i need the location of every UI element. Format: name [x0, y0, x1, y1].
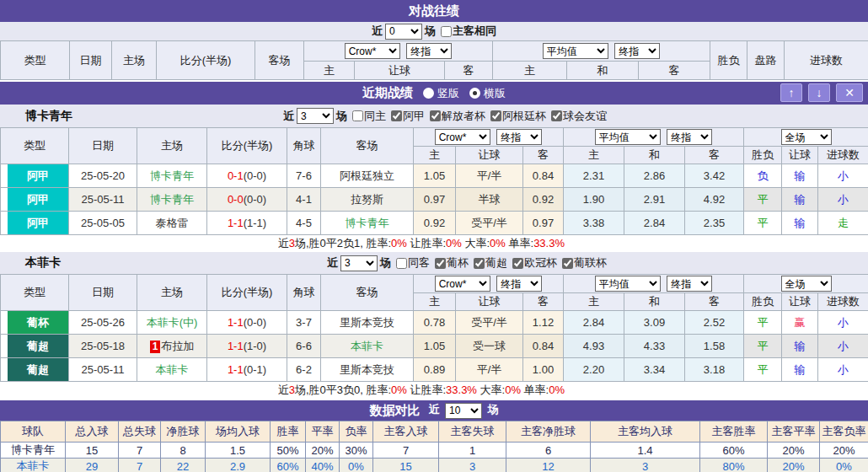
avg-draw-cell: 2.84: [624, 212, 685, 235]
competition-checkbox[interactable]: [512, 258, 523, 269]
avg-home-cell: 4.93: [564, 335, 624, 358]
competition-checkbox[interactable]: [562, 258, 573, 269]
average-select[interactable]: 平均值: [543, 43, 608, 59]
h2h-near-select[interactable]: 0: [385, 24, 422, 40]
team1-near-select[interactable]: 3: [297, 108, 334, 124]
full-score: 0-1: [228, 169, 244, 182]
avg-home-cell: 1.90: [564, 188, 624, 212]
col-date: 日期: [69, 275, 137, 311]
odds-stage-select[interactable]: 终指: [496, 276, 542, 292]
full-match-select[interactable]: 全场: [781, 276, 832, 292]
match-analysis-page: 对战往绩 近 0 场 主客相同 类型 日期 主场 比分(半场) 客场 Crow*: [0, 0, 868, 472]
matches-label: 场: [488, 403, 499, 416]
close-button[interactable]: ✕: [836, 83, 863, 102]
odds-stage-select[interactable]: 终指: [406, 43, 452, 59]
team2-filters: 近 3 场 同客 葡杯 葡超 欧冠杯 葡联杯: [327, 255, 607, 271]
bookmaker-select[interactable]: Crow*: [435, 276, 490, 292]
avg-stage-select[interactable]: 终指: [614, 43, 660, 59]
col-team: 球队: [1, 421, 66, 442]
handicap-cell: 半球: [456, 188, 523, 212]
horizontal-radio-icon[interactable]: [469, 88, 480, 99]
avg-home-cell: 3.38: [564, 212, 624, 235]
sub-result: 胜负: [744, 147, 782, 164]
result-cell: 负: [744, 164, 782, 188]
sub-result: 胜负: [744, 293, 782, 311]
goals-result-cell: 小: [818, 188, 868, 212]
result-cell: 平: [744, 335, 782, 358]
avg-select-cell: 平均值 终指: [564, 128, 744, 147]
competition-badge: 葡超: [8, 358, 68, 381]
odds-home-cell: 1.05: [414, 164, 456, 188]
col-corner: 角球: [287, 128, 321, 164]
competition-checkbox[interactable]: [474, 258, 485, 269]
vertical-radio-icon[interactable]: [423, 88, 434, 99]
col-away: 客场: [321, 128, 414, 164]
col-handicap-trend: 盘路: [747, 41, 785, 80]
half-score: (0-0): [244, 169, 266, 182]
stat-cell: 20%: [768, 459, 820, 472]
move-down-button[interactable]: ↓: [808, 83, 830, 102]
odds-select-cell: Crow* 终指: [304, 41, 493, 62]
average-select[interactable]: 平均值: [595, 276, 661, 292]
team2-near-select[interactable]: 3: [340, 255, 378, 271]
move-up-button[interactable]: ↑: [780, 83, 802, 102]
stat-cell: 29: [66, 459, 119, 472]
avg-select-cell: 平均值 终指: [564, 275, 744, 293]
handicap-result-value: 输: [795, 340, 806, 352]
odds-select-cell: Crow* 终指: [414, 128, 564, 147]
col-corner: 角球: [287, 275, 321, 311]
team-cell: 博卡青年: [1, 442, 66, 459]
avg-stage-select[interactable]: 终指: [667, 129, 712, 145]
competition-label: 阿甲: [403, 109, 425, 124]
competition-checkbox[interactable]: [391, 110, 402, 121]
home-team: 布拉加: [161, 340, 194, 352]
odds-select-cell: Crow* 终指: [414, 275, 564, 293]
same-home-away-checkbox[interactable]: [441, 26, 452, 37]
compare-near-group: 近 10 场: [428, 402, 498, 418]
odds-stage-select[interactable]: 终指: [496, 129, 542, 145]
same-home-checkbox[interactable]: [352, 110, 363, 121]
full-score: 1-1: [228, 363, 244, 376]
col-ha-goals-against: 主客失球: [439, 421, 506, 442]
odds-home-cell: 0.89: [414, 358, 456, 382]
away-cell: 里斯本竞技: [321, 358, 414, 382]
away-cell: 本菲卡: [321, 335, 414, 358]
odds-away-cell: 1.12: [523, 311, 564, 335]
handicap-result-cell: 赢: [782, 311, 818, 335]
full-match-select[interactable]: 全场: [781, 129, 832, 145]
bookmaker-select[interactable]: Crow*: [435, 129, 490, 145]
competition-checkbox[interactable]: [435, 258, 446, 269]
corner-cell: 7-6: [287, 164, 321, 188]
competition-checkbox[interactable]: [430, 110, 441, 121]
corner-cell: 6-2: [287, 358, 321, 382]
team2-filter-row: 本菲卡 近 3 场 同客 葡杯 葡超 欧冠杯 葡联杯: [0, 252, 868, 274]
goals-result-cell: 走: [818, 212, 868, 235]
handicap-result-cell: 输: [782, 335, 818, 358]
stat-cell: 1: [439, 442, 506, 459]
competition-checkbox[interactable]: [490, 110, 501, 121]
competition-checkbox[interactable]: [551, 110, 562, 121]
avg-draw-cell: 3.09: [624, 311, 685, 335]
competition-label: 葡超: [485, 255, 507, 271]
avg-away-cell: 2.52: [685, 311, 744, 335]
odds-away-cell: 0.92: [523, 188, 564, 212]
home-team: 博卡青年: [150, 193, 194, 206]
same-home-label: 同主: [364, 109, 386, 124]
competition-badge: 阿甲: [8, 164, 68, 187]
home-team: 博卡青年: [150, 169, 194, 182]
vertical-radio-label: 竖版: [437, 86, 459, 101]
h2h-table: 类型 日期 主场 比分(半场) 客场 Crow* 终指 平均值 终指 胜负 盘路…: [0, 40, 868, 80]
sub-home: 主: [414, 293, 456, 311]
same-away-checkbox[interactable]: [396, 258, 407, 269]
compare-near-select[interactable]: 10: [445, 403, 482, 419]
avg-draw-cell: 2.91: [624, 188, 685, 212]
scope-select-cell: 全场: [744, 128, 868, 147]
date-cell: 25-05-20: [69, 164, 137, 188]
handicap-cell: 受平/半: [456, 311, 523, 335]
away-team: 拉努斯: [351, 193, 383, 206]
bookmaker-select[interactable]: Crow*: [345, 43, 400, 59]
goals-result-value: 走: [838, 217, 849, 229]
average-select[interactable]: 平均值: [595, 129, 661, 145]
odds-home-cell: 0.97: [414, 188, 456, 212]
avg-stage-select[interactable]: 终指: [667, 276, 712, 292]
